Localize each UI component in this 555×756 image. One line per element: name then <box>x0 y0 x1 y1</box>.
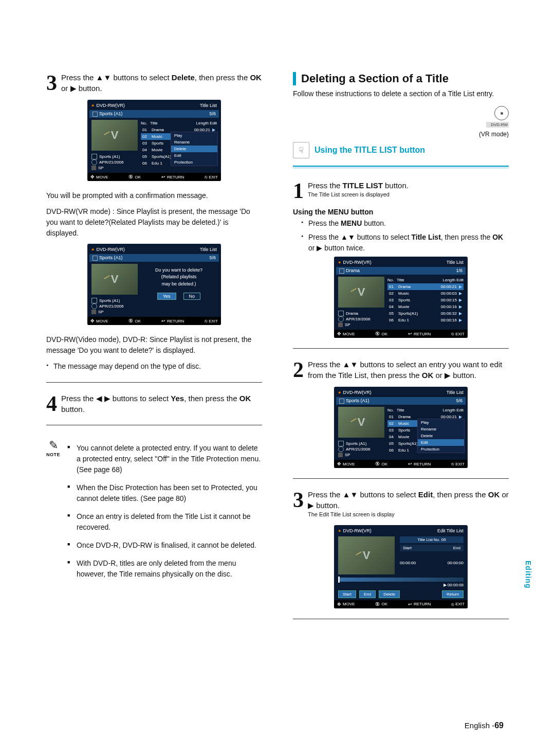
side-tab: Editing <box>524 561 532 588</box>
type-note: The message may depend on the type of di… <box>46 361 262 372</box>
remote-icon: ☟ <box>293 142 309 158</box>
title-list-panel-1: ●DVD-RW(VR)Title List Drama1/6 V Drama A… <box>334 257 468 338</box>
step-4: 4 Press the ◀ ▶ buttons to select Yes, t… <box>46 393 262 415</box>
title-list-panel-edit: ●DVD-RW(VR)Title List Sports (A1)5/6 V S… <box>334 387 468 468</box>
left-column: 3 Press the ▲▼ buttons to select Delete,… <box>46 72 262 629</box>
end-button[interactable]: End <box>359 590 376 598</box>
confirm-text-3: DVD-RW(Video mode), DVD-R: Since Playlis… <box>46 334 262 356</box>
yes-button[interactable]: Yes <box>157 293 176 300</box>
delete-dialog-panel: ●DVD-RW(VR)Title List Sports (A1)5/6 V S… <box>87 244 221 325</box>
step-text: Press the ▲▼ buttons to select Delete, t… <box>61 72 262 94</box>
confirm-text-1: You will be prompted with a confirmation… <box>46 190 262 201</box>
subsection-heading: ☟ Using the TITLE LIST button <box>293 142 509 158</box>
step-3: 3 Press the ▲▼ buttons to select Delete,… <box>46 72 262 94</box>
title-list-panel-delete: ●DVD-RW(VR)Title List Sports (A1)5/6 V S… <box>87 100 221 181</box>
confirm-text-2: DVD-RW(VR mode) : Since Playlist is pres… <box>46 206 262 239</box>
delete-button[interactable]: Delete <box>379 590 400 598</box>
no-button[interactable]: No <box>183 293 201 300</box>
page-footer: English -69 <box>465 721 504 730</box>
right-step-1: 1 Press the TITLE LIST button. The Title… <box>293 180 509 202</box>
right-step-3: 3 Press the ▲▼ buttons to select Edit, t… <box>293 489 509 518</box>
right-column: Deleting a Section of a Title Follow the… <box>293 72 509 629</box>
disc-icon <box>494 106 509 120</box>
note-block: ✎ NOTE You cannot delete a protected ent… <box>46 439 262 587</box>
note-icon: ✎ <box>46 439 60 452</box>
thumbnail: V <box>91 120 138 151</box>
start-button[interactable]: Start <box>338 590 356 598</box>
return-button[interactable]: Return <box>442 590 464 598</box>
right-step-2: 2 Press the ▲▼ buttons to select an entr… <box>293 359 509 381</box>
timeline[interactable] <box>338 578 464 582</box>
edit-title-list-panel: ●DVD-RW(VR)Edit Title List V Title List … <box>334 525 468 608</box>
section-heading: Deleting a Section of a Title <box>293 72 509 85</box>
context-menu-edit[interactable]: Play Rename Delete Edit Protection <box>417 419 465 453</box>
context-menu[interactable]: Play Rename Delete Edit Protection <box>171 132 218 166</box>
step-number: 3 <box>46 72 57 94</box>
